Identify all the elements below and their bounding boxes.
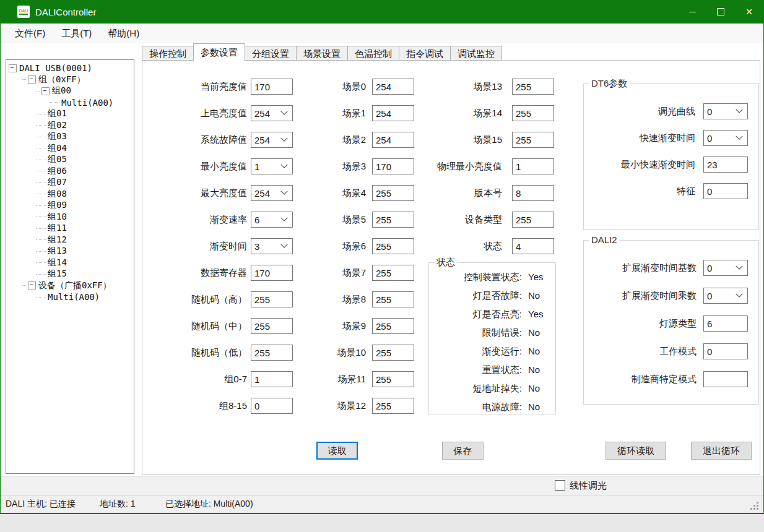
- tree-item-label: 组05: [48, 154, 67, 165]
- statusbar-selected-address: 已选择地址: Multi(A00): [165, 495, 253, 513]
- tree-collapse-icon[interactable]: [9, 64, 17, 72]
- tree-collapse-icon[interactable]: [41, 87, 50, 95]
- tree-item-12[interactable]: 组09: [6, 200, 134, 212]
- loop-read-button[interactable]: 循环读取: [606, 442, 666, 460]
- scene-12-input[interactable]: 255: [372, 398, 414, 414]
- scene-15-input[interactable]: 255: [512, 132, 554, 148]
- tree-item-2[interactable]: 组00: [6, 85, 134, 97]
- scene-14-input[interactable]: 255: [512, 105, 554, 121]
- tree-item-13[interactable]: 组10: [6, 212, 134, 223]
- version-number-input[interactable]: 8: [512, 185, 554, 201]
- maximize-button[interactable]: [706, 0, 735, 24]
- random-code-mid-input[interactable]: 255: [251, 318, 293, 334]
- tree-item-20[interactable]: Multi(A00): [6, 291, 134, 303]
- tree-item-10[interactable]: 组07: [6, 177, 134, 189]
- chevron-down-icon: [280, 188, 287, 195]
- version-number-value: 8: [513, 188, 553, 199]
- fade-time-select[interactable]: 3: [251, 238, 293, 254]
- data-register-input[interactable]: 170: [251, 265, 293, 281]
- tree-item-5[interactable]: 组02: [6, 120, 134, 132]
- tree-item-4[interactable]: 组01: [6, 108, 134, 120]
- light-source-type-input[interactable]: 6: [703, 315, 748, 332]
- scene-6-input[interactable]: 255: [372, 238, 414, 254]
- manufacturer-specific-mode-input[interactable]: [703, 371, 748, 387]
- close-button[interactable]: ✕: [735, 0, 763, 24]
- menu-item-1[interactable]: 工具(T): [53, 24, 100, 43]
- features-input[interactable]: 0: [703, 183, 748, 199]
- tree-item-label: DALI USB(0001): [19, 63, 92, 73]
- scene-0-input[interactable]: 254: [372, 79, 414, 95]
- scene-2-input[interactable]: 254: [372, 132, 414, 148]
- reset-state-value: No: [528, 364, 565, 376]
- tab-0[interactable]: 操作控制: [142, 46, 194, 61]
- tab-3[interactable]: 场景设置: [296, 46, 348, 61]
- fast-fade-time-select[interactable]: 0: [703, 130, 748, 146]
- tree-item-7[interactable]: 组04: [6, 143, 134, 155]
- scene-0-value: 254: [373, 82, 414, 92]
- scene-9-input[interactable]: 255: [372, 318, 414, 334]
- linear-dimming-checkbox[interactable]: [555, 480, 565, 491]
- device-type-input[interactable]: 255: [512, 212, 554, 228]
- tree-item-6[interactable]: 组03: [6, 131, 134, 143]
- scene-10-input[interactable]: 255: [372, 345, 414, 361]
- tab-6[interactable]: 调试监控: [450, 46, 502, 61]
- menu-item-0[interactable]: 文件(F): [7, 24, 53, 43]
- group-0-7-label: 组0-7: [155, 371, 247, 387]
- features-label: 特征: [589, 183, 695, 199]
- tab-2[interactable]: 分组设置: [245, 46, 297, 61]
- max-level-select[interactable]: 254: [251, 185, 293, 201]
- tree-item-1[interactable]: 组（0xFF）: [6, 74, 134, 86]
- scene-11-label: 场景11: [304, 371, 366, 387]
- ext-fade-time-base-select[interactable]: 0: [703, 260, 748, 276]
- min-level-select[interactable]: 1: [251, 158, 293, 174]
- tree-connector: [50, 102, 59, 103]
- tree-collapse-icon[interactable]: [28, 75, 36, 84]
- operating-mode-input[interactable]: 0: [703, 343, 748, 359]
- tree-item-8[interactable]: 组05: [6, 154, 134, 166]
- tree-item-label: 组08: [48, 189, 67, 200]
- scene-13-input[interactable]: 255: [512, 79, 554, 95]
- scene-1-input[interactable]: 254: [372, 105, 414, 121]
- power-on-level-select[interactable]: 254: [251, 105, 293, 121]
- tree-collapse-icon[interactable]: [28, 281, 36, 290]
- scene-7-input[interactable]: 255: [372, 265, 414, 281]
- status-value-input[interactable]: 4: [512, 238, 554, 254]
- tab-5[interactable]: 指令调试: [399, 46, 451, 61]
- tree-item-14[interactable]: 组11: [6, 223, 134, 234]
- tree-item-3[interactable]: Multi(A00): [6, 97, 134, 109]
- physical-min-level-input[interactable]: 1: [512, 158, 554, 174]
- scene-11-input[interactable]: 255: [372, 371, 414, 387]
- tree-item-9[interactable]: 组06: [6, 166, 134, 178]
- scene-5-input[interactable]: 255: [372, 212, 414, 228]
- tree-item-18[interactable]: 组15: [6, 268, 134, 280]
- fade-rate-select[interactable]: 6: [251, 212, 293, 228]
- save-button[interactable]: 保存: [442, 442, 484, 460]
- tree-item-16[interactable]: 组13: [6, 246, 134, 257]
- scene-3-input[interactable]: 170: [372, 158, 414, 174]
- random-code-low-input[interactable]: 255: [251, 345, 293, 361]
- tree-item-19[interactable]: 设备（广播0xFF）: [6, 280, 134, 292]
- menu-item-2[interactable]: 帮助(H): [100, 24, 147, 43]
- system-failure-level-select[interactable]: 254: [251, 132, 293, 148]
- min-fast-fade-time-input[interactable]: 23: [703, 157, 748, 173]
- ext-fade-time-multiplier-select[interactable]: 0: [703, 288, 748, 304]
- dimming-curve-select[interactable]: 0: [703, 103, 748, 119]
- scene-8-input[interactable]: 255: [372, 291, 414, 307]
- fade-running-value: No: [528, 345, 565, 358]
- scene-4-input[interactable]: 255: [372, 185, 414, 201]
- tab-4[interactable]: 色温控制: [347, 46, 399, 61]
- exit-loop-button[interactable]: 退出循环: [691, 442, 752, 460]
- read-button[interactable]: 读取: [316, 442, 358, 460]
- resize-grip-icon[interactable]: [750, 502, 760, 512]
- tree-item-15[interactable]: 组12: [6, 234, 134, 246]
- minimize-button[interactable]: [678, 0, 706, 24]
- tree-item-label: 组01: [48, 108, 67, 119]
- random-code-high-input[interactable]: 255: [251, 291, 293, 307]
- tree-item-0[interactable]: DALI USB(0001): [6, 62, 134, 74]
- tree-item-17[interactable]: 组14: [6, 257, 134, 269]
- group-8-15-input[interactable]: 0: [251, 398, 293, 414]
- tree-item-11[interactable]: 组08: [6, 189, 134, 200]
- current-level-input[interactable]: 170: [251, 79, 293, 95]
- tab-1[interactable]: 参数设置: [193, 43, 245, 61]
- group-0-7-input[interactable]: 1: [251, 371, 293, 387]
